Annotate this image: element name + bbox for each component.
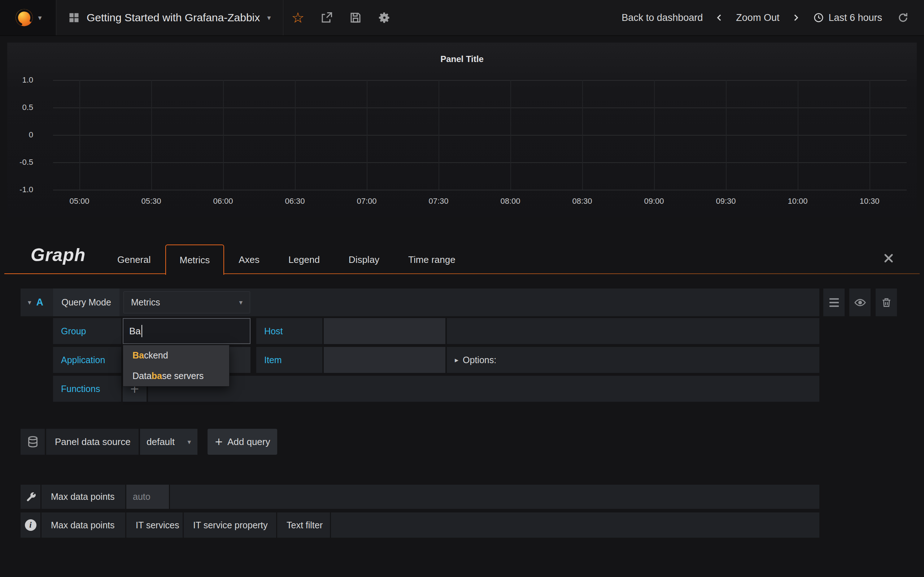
info-icon-cell: i <box>21 513 40 538</box>
plus-icon: + <box>215 437 223 447</box>
eye-icon <box>854 297 866 309</box>
x-tick-label: 09:30 <box>716 197 736 206</box>
caret-down-icon: ▾ <box>38 14 42 21</box>
functions-label: Functions <box>53 376 121 402</box>
refresh-button[interactable] <box>892 0 914 35</box>
time-shift-back-button[interactable] <box>711 0 727 35</box>
panel-editor-type: Graph <box>31 245 86 266</box>
footer-cell-it-service-property[interactable]: IT service property <box>184 513 276 538</box>
tab-general[interactable]: General <box>103 245 165 274</box>
y-tick-label: -0.5 <box>19 158 33 167</box>
x-tick-label: 06:00 <box>213 197 233 206</box>
query-menu-button[interactable] <box>823 288 845 316</box>
top-navbar: ▾ Getting Started with Grafana-Zabbix ▾ … <box>0 0 924 36</box>
footer-cell-it-services[interactable]: IT services <box>126 513 183 538</box>
application-label: Application <box>53 347 121 373</box>
time-range-picker[interactable]: Last 6 hours <box>804 12 892 23</box>
chevron-left-icon <box>715 13 724 23</box>
save-icon <box>349 11 362 24</box>
trash-icon <box>881 297 892 308</box>
group-label: Group <box>53 318 121 344</box>
settings-button[interactable] <box>370 0 399 35</box>
plot-grid <box>53 80 907 190</box>
dashboard-title-menu[interactable]: Getting Started with Grafana-Zabbix ▾ <box>56 0 283 35</box>
time-shift-forward-button[interactable] <box>788 0 804 35</box>
query-delete-button[interactable] <box>876 288 897 316</box>
datasource-icon-cell <box>21 429 45 455</box>
query-mode-select[interactable]: Metrics ▾ <box>123 292 250 313</box>
tab-metrics[interactable]: Metrics <box>165 245 225 275</box>
options-icon-cell <box>21 485 40 509</box>
dashboard-title: Getting Started with Grafana-Zabbix <box>87 11 260 24</box>
x-axis: 05:0005:3006:0006:3007:0007:3008:0008:30… <box>53 197 907 208</box>
editor-tabs: GeneralMetricsAxesLegendDisplayTime rang… <box>103 245 470 274</box>
chevron-right-icon <box>791 13 801 23</box>
star-icon: ☆ <box>291 10 304 25</box>
share-button[interactable] <box>312 0 341 35</box>
max-data-points-input[interactable]: auto <box>126 485 169 509</box>
group-input-value: Ba <box>129 326 141 337</box>
zoom-out-button[interactable]: Zoom Out <box>727 12 788 23</box>
menu-icon <box>829 298 839 307</box>
gear-icon <box>378 11 391 24</box>
row-filler <box>447 318 819 344</box>
group-input[interactable]: Ba <box>123 318 250 344</box>
options-label: Options: <box>463 355 496 365</box>
database-icon <box>27 436 39 448</box>
close-icon <box>883 253 894 264</box>
options-caret-icon: ▸ <box>455 356 459 364</box>
footer-cell-max-data-points[interactable]: Max data points <box>42 513 125 538</box>
dashboard-grid-icon <box>69 12 79 23</box>
footer-cell-text-filter[interactable]: Text filter <box>277 513 330 538</box>
y-tick-label: 0 <box>29 130 33 140</box>
star-button[interactable]: ☆ <box>283 0 312 35</box>
autocomplete-option[interactable]: Backend <box>123 345 229 366</box>
max-data-points-row: Max data points auto <box>21 485 819 509</box>
x-tick-label: 08:00 <box>500 197 520 206</box>
select-caret-icon: ▾ <box>239 299 242 306</box>
x-tick-label: 10:00 <box>788 197 808 206</box>
row-filler <box>331 513 819 538</box>
time-range-label: Last 6 hours <box>828 12 882 23</box>
add-query-label: Add query <box>228 436 270 448</box>
panel-title[interactable]: Panel Title <box>7 54 917 64</box>
host-input[interactable] <box>324 318 446 344</box>
datasource-value: default <box>147 436 175 448</box>
group-host-row: Group Ba Host <box>53 318 819 344</box>
options-toggle[interactable]: ▸ Options: <box>447 355 496 365</box>
x-tick-label: 08:30 <box>572 197 592 206</box>
caret-down-icon: ▾ <box>267 14 271 21</box>
tab-time-range[interactable]: Time range <box>394 245 470 274</box>
item-input[interactable] <box>324 347 446 373</box>
datasource-select[interactable]: default ▾ <box>140 429 197 455</box>
row-filler <box>170 485 819 509</box>
x-tick-label: 06:30 <box>285 197 305 206</box>
add-query-button[interactable]: + Add query <box>208 429 277 455</box>
datasource-row: Panel data source default ▾ + Add query <box>21 429 277 455</box>
clock-icon <box>813 12 824 23</box>
query-mode-label: Query Mode <box>53 288 120 316</box>
save-button[interactable] <box>341 0 370 35</box>
footer-row2-cells: Max data pointsIT servicesIT service pro… <box>40 513 819 538</box>
close-editor-button[interactable] <box>883 253 896 266</box>
collapse-caret-icon: ▾ <box>28 299 31 306</box>
max-data-points-label: Max data points <box>42 485 125 509</box>
x-tick-label: 05:30 <box>141 197 161 206</box>
query-options-row: i Max data pointsIT servicesIT service p… <box>21 513 819 538</box>
autocomplete-dropdown: BackendDatabase servers <box>123 345 229 387</box>
datasource-label: Panel data source <box>46 429 139 455</box>
info-icon: i <box>25 519 36 531</box>
grafana-menu-button[interactable]: ▾ <box>0 0 56 35</box>
query-toggle-visibility-button[interactable] <box>849 288 871 316</box>
back-to-dashboard-button[interactable]: Back to dashboard <box>613 12 711 23</box>
select-caret-icon: ▾ <box>187 438 191 445</box>
x-tick-label: 05:00 <box>69 197 89 206</box>
wrench-icon <box>25 492 36 502</box>
tab-legend[interactable]: Legend <box>274 245 334 274</box>
autocomplete-option[interactable]: Database servers <box>123 366 229 386</box>
x-tick-label: 10:30 <box>859 197 879 206</box>
tab-axes[interactable]: Axes <box>224 245 274 274</box>
tab-display[interactable]: Display <box>334 245 394 274</box>
query-collapse-toggle[interactable]: ▾ A <box>21 288 53 316</box>
item-label: Item <box>256 347 322 373</box>
